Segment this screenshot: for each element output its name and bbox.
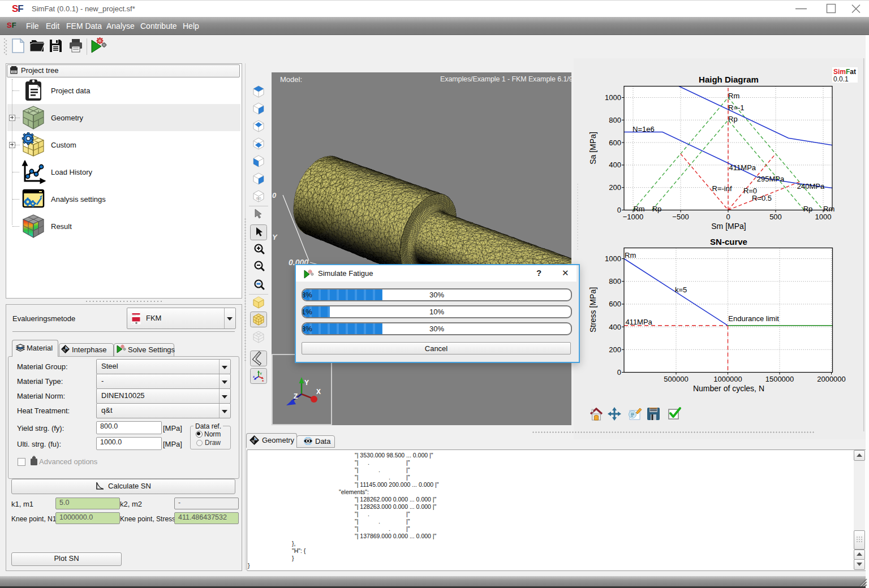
svg-text:Haigh Diagram: Haigh Diagram (699, 75, 759, 84)
svg-text:−500: −500 (672, 213, 689, 221)
svg-text:Rp: Rp (728, 115, 738, 123)
svg-text:1500000: 1500000 (765, 375, 794, 383)
svg-text:Rp: Rp (803, 205, 813, 213)
svg-text:500: 500 (769, 213, 782, 221)
svg-text:500000: 500000 (664, 375, 688, 383)
svg-text:1000: 1000 (605, 254, 621, 263)
svg-text:R=-inf: R=-inf (712, 184, 732, 193)
svg-text:Rm: Rm (728, 92, 739, 100)
svg-text:Rm: Rm (625, 251, 636, 260)
svg-text:1000000: 1000000 (713, 375, 742, 383)
svg-text:R=-1: R=-1 (728, 103, 745, 112)
svg-text:Sm [MPa]: Sm [MPa] (711, 222, 746, 231)
svg-text:SN-curve: SN-curve (710, 237, 747, 247)
svg-text:−1000: −1000 (623, 213, 644, 221)
svg-text:0: 0 (726, 213, 730, 221)
svg-text:400: 400 (609, 323, 621, 331)
svg-text:Sa [MPa]: Sa [MPa] (588, 132, 597, 165)
svg-text:800: 800 (609, 116, 621, 124)
svg-text:k=5: k=5 (675, 286, 687, 294)
svg-text:0.0.1: 0.0.1 (833, 75, 849, 83)
svg-text:200: 200 (609, 183, 621, 192)
svg-text:200: 200 (609, 345, 621, 354)
svg-text:N=1e6: N=1e6 (633, 125, 655, 133)
svg-text:0: 0 (617, 206, 621, 214)
svg-text:R=0.5: R=0.5 (752, 194, 772, 202)
svg-text:1000: 1000 (605, 93, 621, 102)
svg-text:411MPa: 411MPa (625, 318, 652, 326)
svg-text:Rp: Rp (652, 205, 662, 213)
svg-text:2000000: 2000000 (817, 375, 846, 383)
svg-text:Endurance limit: Endurance limit (728, 314, 779, 323)
svg-text:1000: 1000 (815, 213, 832, 221)
svg-text:Number of cycles, N: Number of cycles, N (693, 384, 764, 393)
svg-text:400: 400 (609, 161, 621, 169)
svg-text:600: 600 (609, 139, 621, 147)
svg-text:295MPa: 295MPa (757, 175, 785, 183)
svg-text:SimFat: SimFat (833, 68, 856, 76)
svg-text:800: 800 (609, 277, 621, 286)
svg-text:Stress [MPa]: Stress [MPa] (588, 287, 597, 332)
svg-text:411MPa: 411MPa (729, 163, 756, 172)
svg-text:0: 0 (617, 368, 621, 377)
svg-text:600: 600 (609, 300, 621, 308)
svg-text:240MPa: 240MPa (797, 182, 825, 191)
